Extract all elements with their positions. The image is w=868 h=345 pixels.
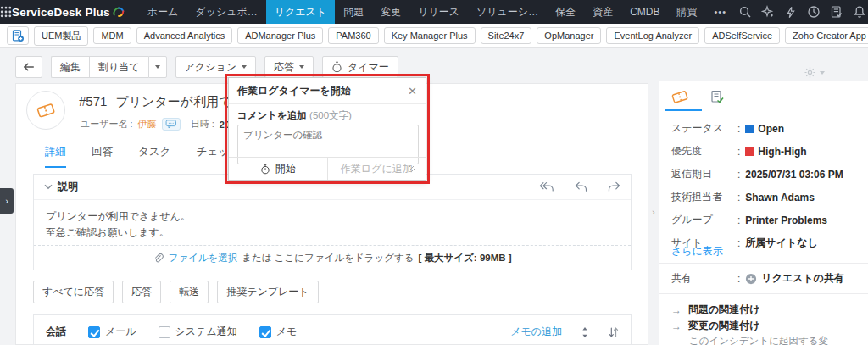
properties-tabs bbox=[670, 87, 727, 106]
notifications-bell-icon[interactable] bbox=[849, 2, 868, 22]
forward-icon[interactable] bbox=[608, 181, 620, 192]
chat-bubble-icon[interactable] bbox=[162, 118, 181, 131]
quick-actions-icon[interactable] bbox=[781, 2, 800, 22]
tab-approvals-document-icon[interactable] bbox=[707, 87, 727, 106]
tab-tasks[interactable]: タスク bbox=[138, 145, 170, 168]
chip-mdm[interactable]: MDM bbox=[93, 27, 131, 44]
field-group: グループ: Printer Problems bbox=[671, 209, 858, 231]
choose-file-link[interactable]: ファイルを選択 bbox=[168, 252, 237, 264]
nav-item-purchase[interactable]: 購買 bbox=[668, 0, 705, 24]
due-date-value: 2025/07/31 03:06 PM bbox=[745, 169, 843, 181]
feedback-survey-icon[interactable] bbox=[826, 2, 846, 22]
chip-advanced-analytics[interactable]: Advanced Analytics bbox=[136, 27, 232, 44]
left-panel-expander[interactable]: › bbox=[0, 188, 14, 214]
group-value[interactable]: Printer Problems bbox=[745, 214, 827, 226]
expand-collapse-icon[interactable] bbox=[581, 326, 589, 338]
properties-panel: ステータス: Open 優先度: High-High 返信期日: 2025/07… bbox=[659, 81, 868, 345]
popup-footer: 開始 作業ログに追加 bbox=[229, 157, 426, 180]
attachment-dropzone[interactable]: ファイルを選択 または ここにファイルをドラッグする [ 最大サイズ: 99MB… bbox=[34, 245, 631, 270]
requester-name-link[interactable]: 伊藤 bbox=[138, 118, 157, 131]
app-launcher-icon[interactable] bbox=[0, 0, 12, 24]
nav-item-requests[interactable]: リクエスト bbox=[266, 0, 335, 24]
nav-item-assets[interactable]: 資産 bbox=[584, 0, 621, 24]
timer-button[interactable]: タイマー bbox=[322, 56, 398, 78]
status-label: ステータス bbox=[671, 121, 737, 136]
collapse-chevron-icon[interactable] bbox=[44, 184, 53, 190]
recommended-template-button[interactable]: 推奨テンプレート bbox=[217, 281, 318, 303]
tab-details[interactable]: 詳細 bbox=[45, 145, 66, 168]
chip-zoho-creator[interactable]: Zoho Creator App bbox=[785, 27, 868, 44]
show-more-link[interactable]: さらに表示 bbox=[671, 244, 723, 259]
start-timer-button[interactable]: 開始 bbox=[229, 158, 327, 180]
add-note-link[interactable]: メモの追加 bbox=[510, 325, 562, 339]
assign-dropdown-caret[interactable] bbox=[148, 56, 167, 78]
property-fields: ステータス: Open 優先度: High-High 返信期日: 2025/07… bbox=[671, 117, 858, 254]
filter-memo-label: メモ bbox=[276, 325, 298, 339]
chip-site24x7[interactable]: Site24x7 bbox=[481, 27, 532, 44]
servicedesk-plus-logo[interactable]: ServiceDesk Plus bbox=[12, 5, 125, 19]
share-request-link[interactable]: リクエストの共有 bbox=[745, 271, 844, 286]
nav-more-icon[interactable]: ••• bbox=[705, 7, 735, 17]
history-icon[interactable] bbox=[804, 2, 823, 22]
nav-item-home[interactable]: ホーム bbox=[139, 0, 187, 24]
product-shortcut-bar: UEM製品 MDM Advanced Analytics ADManager P… bbox=[0, 24, 868, 48]
technician-value[interactable]: Shawn Adams bbox=[745, 192, 815, 203]
actions-dropdown-button[interactable]: アクション bbox=[175, 56, 256, 78]
chip-adselfservice[interactable]: ADSelfService bbox=[704, 27, 780, 44]
reply-all-icon[interactable] bbox=[539, 181, 554, 192]
reply-button[interactable]: 応答 bbox=[122, 281, 161, 303]
checkbox-checked-icon[interactable] bbox=[259, 326, 271, 338]
forward-button[interactable]: 転送 bbox=[170, 281, 209, 303]
max-size-text: [ 最大サイズ: 99MB ] bbox=[419, 252, 512, 264]
chip-eventlog[interactable]: EventLog Analyzer bbox=[606, 27, 699, 44]
site-value[interactable]: 所属サイトなし bbox=[745, 236, 817, 250]
whats-new-icon[interactable] bbox=[758, 2, 777, 22]
nav-item-maintenance[interactable]: 保全 bbox=[547, 0, 584, 24]
checkbox-unchecked-icon[interactable] bbox=[159, 326, 170, 338]
tab-request-properties-ticket-icon[interactable] bbox=[670, 87, 690, 106]
brand-swirl-icon bbox=[112, 5, 125, 19]
priority-color-swatch bbox=[745, 147, 754, 156]
sort-order-icon[interactable] bbox=[608, 326, 619, 338]
filter-memo-checkbox[interactable]: メモ bbox=[259, 325, 298, 339]
request-toolbar: 編集 割り当て アクション 応答 タイマー bbox=[15, 56, 398, 78]
chip-uem[interactable]: UEM製品 bbox=[34, 26, 88, 46]
nav-item-dashboard[interactable]: ダッシュボ… bbox=[186, 0, 265, 24]
paperclip-icon bbox=[153, 253, 164, 264]
assign-button[interactable]: 割り当て bbox=[89, 56, 148, 78]
pinned-apps-icon[interactable] bbox=[7, 26, 29, 45]
filter-system-notification-checkbox[interactable]: システム通知 bbox=[159, 325, 237, 339]
conversation-panel: 会話 メール システム通知 メモ メモの追加 bbox=[33, 314, 632, 345]
reply-all-button[interactable]: すべてに応答 bbox=[33, 281, 114, 303]
chip-admanager[interactable]: ADManager Plus bbox=[237, 27, 323, 44]
chip-opmanager[interactable]: OpManager bbox=[537, 27, 601, 44]
nav-item-releases[interactable]: リリース bbox=[409, 0, 468, 24]
close-icon[interactable]: ✕ bbox=[408, 86, 417, 97]
view-settings-gear-icon[interactable] bbox=[804, 66, 825, 79]
right-panel-collapse-icon[interactable]: › bbox=[652, 207, 655, 217]
filter-mail-checkbox[interactable]: メール bbox=[88, 325, 136, 339]
associate-change-link[interactable]: → 変更の関連付け bbox=[671, 318, 828, 334]
checkbox-checked-icon[interactable] bbox=[88, 326, 100, 338]
arrow-right-icon: → bbox=[671, 304, 682, 316]
edit-button[interactable]: 編集 bbox=[51, 56, 89, 78]
chip-pam360[interactable]: PAM360 bbox=[328, 27, 378, 44]
search-icon[interactable] bbox=[735, 2, 754, 22]
nav-item-changes[interactable]: 変更 bbox=[372, 0, 409, 24]
associate-problem-link[interactable]: → 問題の関連付け bbox=[671, 302, 828, 318]
chip-key-manager[interactable]: Key Manager Plus bbox=[384, 27, 476, 44]
nav-item-solutions[interactable]: ソリューシ… bbox=[468, 0, 547, 24]
reply-icon[interactable] bbox=[575, 181, 587, 192]
nav-item-cmdb[interactable]: CMDB bbox=[621, 0, 668, 24]
add-to-worklog-button[interactable]: 作業ログに追加 bbox=[327, 158, 426, 180]
description-actions bbox=[539, 181, 620, 192]
nav-item-problems[interactable]: 問題 bbox=[335, 0, 372, 24]
active-tab-indicator bbox=[665, 109, 702, 111]
reply-dropdown-button[interactable]: 応答 bbox=[264, 56, 314, 78]
field-due-date: 返信期日: 2025/07/31 03:06 PM bbox=[671, 163, 858, 186]
status-value[interactable]: Open bbox=[745, 123, 784, 135]
back-button[interactable] bbox=[15, 56, 42, 78]
priority-value[interactable]: High-High bbox=[745, 146, 806, 158]
tab-resolution[interactable]: 回答 bbox=[92, 145, 113, 168]
worklog-timer-popup: 作業ログタイマーを開始 ✕ コメントを追加 (500文字) プリンターの確認 開… bbox=[228, 77, 426, 181]
